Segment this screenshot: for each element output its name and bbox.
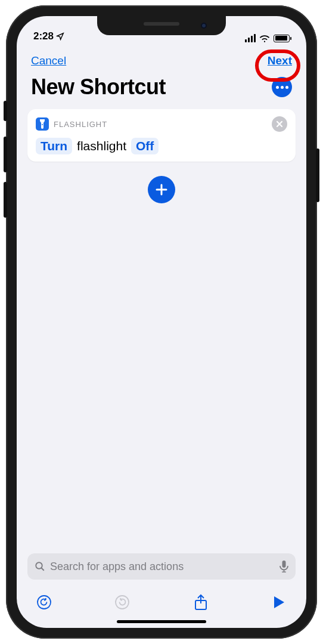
phone-frame: 2:28 Cancel Next New Shortcut	[6, 5, 317, 639]
svg-point-5	[116, 596, 129, 609]
nav-bar: Cancel Next	[17, 45, 306, 72]
svg-point-0	[36, 562, 42, 569]
volume-up-button	[4, 137, 7, 172]
svg-point-4	[38, 596, 51, 609]
microphone-icon[interactable]	[279, 561, 288, 572]
play-icon	[273, 596, 285, 609]
share-button[interactable]	[191, 593, 210, 612]
redo-icon	[114, 595, 130, 610]
run-button[interactable]	[269, 593, 288, 612]
next-button[interactable]: Next	[268, 54, 292, 67]
volume-down-button	[4, 182, 7, 218]
action-param-state[interactable]: Off	[131, 138, 159, 154]
search-icon	[35, 561, 45, 572]
page-title: New Shortcut	[31, 75, 166, 100]
search-field[interactable]	[27, 553, 296, 580]
plus-icon	[155, 183, 168, 196]
redo-button[interactable]	[113, 593, 132, 612]
action-param-action[interactable]: Turn	[36, 138, 72, 154]
undo-button[interactable]	[35, 593, 54, 612]
action-list: FLASHLIGHT Turn flashlight Off	[17, 109, 306, 549]
cellular-icon	[245, 34, 256, 42]
svg-rect-2	[284, 569, 285, 572]
action-target: flashlight	[77, 139, 126, 153]
notch	[97, 16, 226, 35]
action-app-label: FLASHLIGHT	[54, 120, 107, 129]
flashlight-app-icon	[36, 117, 49, 131]
bottom-toolbar	[17, 584, 306, 620]
remove-action-button[interactable]	[272, 116, 287, 132]
screen: 2:28 Cancel Next New Shortcut	[17, 16, 306, 628]
undo-icon	[36, 595, 52, 610]
cancel-button[interactable]: Cancel	[31, 54, 66, 67]
ellipsis-icon	[276, 86, 288, 89]
home-indicator[interactable]	[117, 620, 206, 623]
share-icon	[194, 594, 207, 611]
power-button	[316, 148, 319, 202]
location-icon	[56, 32, 64, 41]
svg-rect-1	[282, 561, 286, 568]
battery-icon	[274, 35, 290, 42]
status-time: 2:28	[33, 30, 54, 42]
svg-rect-3	[282, 572, 286, 573]
close-icon	[276, 120, 283, 128]
search-input[interactable]	[50, 561, 275, 573]
mute-switch	[4, 101, 7, 121]
action-card[interactable]: FLASHLIGHT Turn flashlight Off	[27, 109, 296, 162]
more-button[interactable]	[272, 77, 292, 97]
wifi-icon	[259, 34, 270, 42]
add-action-button[interactable]	[148, 176, 175, 203]
